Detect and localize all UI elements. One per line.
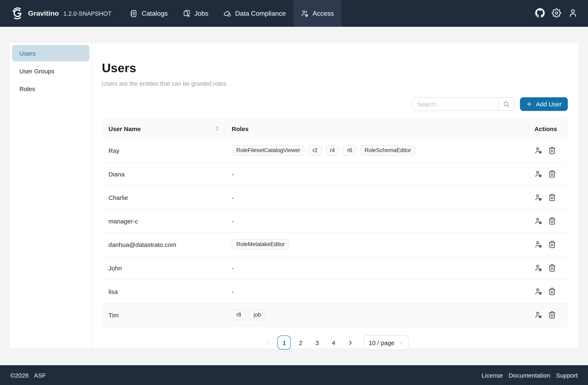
page-size-label: 10 / page <box>369 339 394 346</box>
footer-copyright: ©2026 ASF <box>10 372 46 379</box>
github-button[interactable] <box>535 8 545 19</box>
manage-user-roles-button[interactable] <box>534 287 543 296</box>
table-row: John- <box>102 256 568 280</box>
tab-jobs[interactable]: Jobs <box>175 0 216 27</box>
manage-user-roles-button[interactable] <box>534 193 543 202</box>
manage-user-roles-icon <box>534 240 543 249</box>
empty-roles-placeholder: - <box>232 217 234 224</box>
column-label: User Name <box>108 125 141 132</box>
delete-user-icon <box>548 217 556 225</box>
user-name-cell: Diana <box>102 170 225 178</box>
page-size-select[interactable]: 10 / page <box>364 335 408 350</box>
delete-user-button[interactable] <box>548 287 556 296</box>
manage-user-roles-button[interactable] <box>534 217 543 225</box>
search-button[interactable] <box>498 98 514 110</box>
access-icon <box>301 9 309 18</box>
delete-user-icon <box>548 240 556 249</box>
actions-cell <box>528 146 568 155</box>
column-header-user-name[interactable]: User Name <box>102 118 225 139</box>
footer-link-license[interactable]: License <box>482 372 503 379</box>
footer-links: LicenseDocumentationSupport <box>482 372 578 379</box>
manage-user-roles-button[interactable] <box>534 240 543 249</box>
tab-data-compliance[interactable]: Data Compliance <box>216 0 293 27</box>
empty-roles-placeholder: - <box>232 264 234 271</box>
table-row: Timr8job <box>102 304 568 327</box>
footer-link-documentation[interactable]: Documentation <box>509 372 550 379</box>
roles-cell: RoleMetalakeEditor <box>225 239 528 250</box>
sidebar-item-users[interactable]: Users <box>12 45 89 61</box>
page-subtitle: Users are the entities that can be grant… <box>102 80 568 87</box>
roles-cell: - <box>225 264 528 271</box>
page-title: Users <box>102 61 568 75</box>
manage-user-roles-button[interactable] <box>534 264 543 272</box>
delete-user-button[interactable] <box>548 217 556 225</box>
pagination: 123410 / page <box>102 335 568 350</box>
column-header-roles: Roles <box>225 118 528 139</box>
actions-cell <box>528 311 568 319</box>
user-name-cell: lisa <box>102 288 225 295</box>
delete-user-icon <box>548 287 556 296</box>
brand-name: Gravitino <box>28 9 59 18</box>
column-label: Roles <box>232 125 249 132</box>
pagination-next-button[interactable] <box>343 336 357 349</box>
catalogs-icon <box>130 9 138 18</box>
delete-user-icon <box>548 264 556 272</box>
brand[interactable]: Gravitino 1.2.0-SNAPSHOT <box>0 0 111 27</box>
manage-user-roles-button[interactable] <box>534 311 543 319</box>
sidebar-item-roles[interactable]: Roles <box>12 80 89 97</box>
sidebar-item-user-groups[interactable]: User Groups <box>12 63 89 79</box>
user-name-cell: John <box>102 264 225 271</box>
manage-user-roles-icon <box>534 217 543 225</box>
delete-user-button[interactable] <box>548 264 556 272</box>
chevron-down-icon <box>399 340 404 345</box>
top-navbar: Gravitino 1.2.0-SNAPSHOT CatalogsJobsDat… <box>0 0 588 27</box>
roles-cell: RoleFilesetCatalogViewerr2r4r6RoleSchema… <box>225 145 528 156</box>
user-name-cell: danhua@datastrato.com <box>102 241 225 248</box>
delete-user-icon <box>548 311 556 319</box>
manage-user-roles-icon <box>534 170 543 178</box>
table-row: lisa- <box>102 280 568 304</box>
empty-roles-placeholder: - <box>232 194 234 201</box>
nav-tabs: CatalogsJobsData ComplianceAccess <box>122 0 341 27</box>
tab-access[interactable]: Access <box>293 0 341 27</box>
search-input[interactable] <box>412 98 498 110</box>
delete-user-button[interactable] <box>548 170 556 178</box>
user-profile-button[interactable] <box>568 8 578 19</box>
pagination-prev-button[interactable] <box>261 336 274 349</box>
add-user-button[interactable]: Add User <box>520 97 568 111</box>
actions-cell <box>528 264 568 272</box>
manage-user-roles-button[interactable] <box>534 146 543 155</box>
roles-cell: - <box>225 217 528 224</box>
footer-link-support[interactable]: Support <box>556 372 578 379</box>
pagination-page-2[interactable]: 2 <box>294 336 307 349</box>
github-icon <box>535 8 545 18</box>
search-box <box>412 97 514 111</box>
copyright-org: ASF <box>34 372 46 379</box>
manage-user-roles-icon <box>534 146 543 155</box>
actions-cell <box>528 193 568 202</box>
actions-cell <box>528 240 568 249</box>
table-row: Diana- <box>102 162 568 186</box>
role-chip: RoleSchemaEditor <box>360 145 416 156</box>
copyright-year: ©2026 <box>10 372 29 379</box>
search-icon <box>503 101 510 107</box>
pagination-page-4[interactable]: 4 <box>327 336 340 349</box>
sort-carets-icon[interactable] <box>215 126 219 131</box>
pagination-page-3[interactable]: 3 <box>311 336 324 349</box>
users-table: User Name Roles Actions RayRoleFilesetCa… <box>102 118 568 327</box>
delete-user-button[interactable] <box>548 146 556 155</box>
delete-user-button[interactable] <box>548 240 556 249</box>
tab-label: Data Compliance <box>235 10 286 17</box>
manage-user-roles-button[interactable] <box>534 170 543 178</box>
role-chip: r8 <box>232 310 246 320</box>
chevron-right-icon <box>347 340 353 346</box>
tab-catalogs[interactable]: Catalogs <box>122 0 175 27</box>
roles-cell: r8job <box>225 310 528 320</box>
pagination-page-1[interactable]: 1 <box>277 336 291 349</box>
main-panel: Users Users are the entities that can be… <box>92 43 578 348</box>
brand-version: 1.2.0-SNAPSHOT <box>63 10 111 17</box>
user-name-cell: Charlie <box>102 194 225 201</box>
delete-user-button[interactable] <box>548 193 556 202</box>
settings-button[interactable] <box>552 8 561 19</box>
delete-user-button[interactable] <box>548 311 556 319</box>
